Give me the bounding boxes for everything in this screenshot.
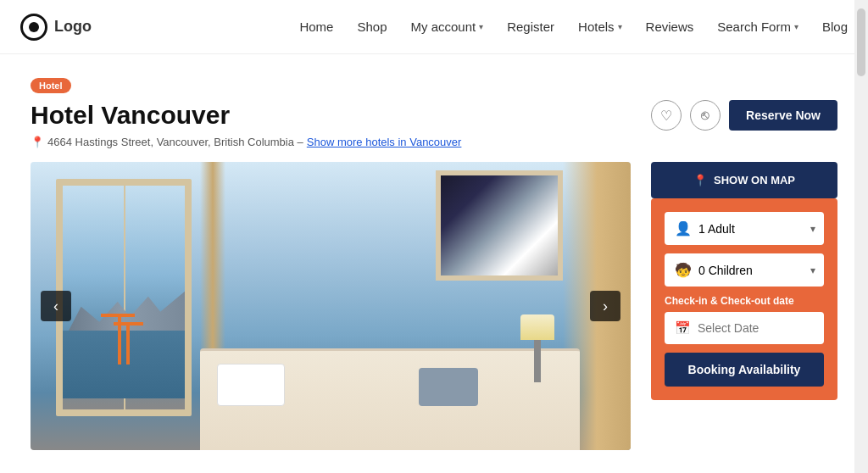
- lamp-shade: [520, 314, 554, 340]
- logo-text: Logo: [54, 18, 92, 36]
- scrollbar[interactable]: [854, 0, 868, 473]
- logo-inner-circle: [29, 22, 39, 32]
- address-text: 4664 Hastings Street, Vancouver, British…: [47, 136, 303, 148]
- person-icon: 👤: [675, 220, 692, 236]
- main-layout: ‹ › 📍 SHOW ON MAP 👤 1 Adult 2 Adults 3 A…: [31, 162, 837, 450]
- reserve-now-button[interactable]: Reserve Now: [729, 100, 837, 131]
- hotel-title-row: Hotel Vancouver ♡ ⎋ Reserve Now: [31, 100, 837, 131]
- nav-reviews[interactable]: Reviews: [646, 19, 694, 34]
- date-input-wrapper: 📅: [665, 312, 824, 344]
- nav-menu: Home Shop My account ▾ Register Hotels ▾…: [299, 19, 848, 34]
- adults-selector: 👤 1 Adult 2 Adults 3 Adults 4 Adults ▾: [665, 212, 824, 245]
- nav-register[interactable]: Register: [507, 19, 554, 34]
- location-icon: 📍: [31, 136, 44, 148]
- pillow-white: [217, 364, 285, 406]
- nav-search-form[interactable]: Search Form ▾: [717, 19, 798, 34]
- map-pin-icon: 📍: [693, 174, 707, 186]
- hotel-tag: Hotel: [31, 78, 71, 93]
- hotel-image-carousel: ‹ ›: [31, 162, 631, 450]
- hotel-actions: ♡ ⎋ Reserve Now: [651, 100, 837, 131]
- nav-home[interactable]: Home: [299, 19, 333, 34]
- booking-availability-button[interactable]: Booking Availability: [665, 353, 824, 387]
- chevron-down-icon: ▾: [618, 22, 622, 31]
- date-input[interactable]: [698, 321, 814, 335]
- lamp: [520, 314, 554, 382]
- crane-2: [126, 322, 130, 364]
- pillow-dark: [419, 368, 478, 406]
- nav-hotels[interactable]: Hotels ▾: [578, 19, 622, 34]
- navbar: Logo Home Shop My account ▾ Register Hot…: [0, 0, 868, 54]
- window-left: [56, 179, 192, 416]
- logo-icon: [20, 14, 47, 41]
- children-selector: 🧒 0 Children 1 Child 2 Children 3 Childr…: [665, 253, 824, 287]
- nav-my-account[interactable]: My account ▾: [410, 19, 483, 34]
- scrollbar-thumb[interactable]: [857, 8, 865, 76]
- show-more-hotels-link[interactable]: Show more hotels in Vancouver: [307, 136, 462, 148]
- children-select[interactable]: 0 Children 1 Child 2 Children 3 Children: [698, 264, 814, 277]
- chevron-down-icon: ▾: [794, 22, 798, 31]
- carousel-next-button[interactable]: ›: [590, 291, 620, 321]
- checkin-label: Check-in & Check-out date: [665, 295, 824, 307]
- logo[interactable]: Logo: [20, 14, 92, 41]
- nav-shop[interactable]: Shop: [357, 19, 387, 34]
- child-icon: 🧒: [675, 262, 692, 278]
- booking-sidebar: 📍 SHOW ON MAP 👤 1 Adult 2 Adults 3 Adult…: [651, 162, 837, 400]
- hotel-address: 📍 4664 Hastings Street, Vancouver, Briti…: [31, 136, 837, 148]
- hotel-title: Hotel Vancouver: [31, 101, 230, 130]
- adults-select[interactable]: 1 Adult 2 Adults 3 Adults 4 Adults: [698, 222, 814, 236]
- water-view: [63, 331, 185, 398]
- carousel-prev-button[interactable]: ‹: [41, 291, 71, 321]
- booking-panel: 👤 1 Adult 2 Adults 3 Adults 4 Adults ▾ 🧒…: [651, 198, 837, 400]
- share-button[interactable]: ⎋: [690, 100, 721, 131]
- lamp-base: [534, 340, 541, 382]
- page-content: Hotel Hotel Vancouver ♡ ⎋ Reserve Now 📍 …: [10, 54, 858, 473]
- hotel-room-image: [31, 162, 631, 450]
- crane-1: [118, 314, 121, 364]
- nav-blog[interactable]: Blog: [822, 19, 848, 34]
- show-on-map-button[interactable]: 📍 SHOW ON MAP: [651, 162, 837, 198]
- chevron-down-icon: ▾: [479, 22, 483, 31]
- wall-artwork: [436, 170, 563, 281]
- calendar-icon: 📅: [675, 320, 691, 336]
- favorite-button[interactable]: ♡: [651, 100, 682, 131]
